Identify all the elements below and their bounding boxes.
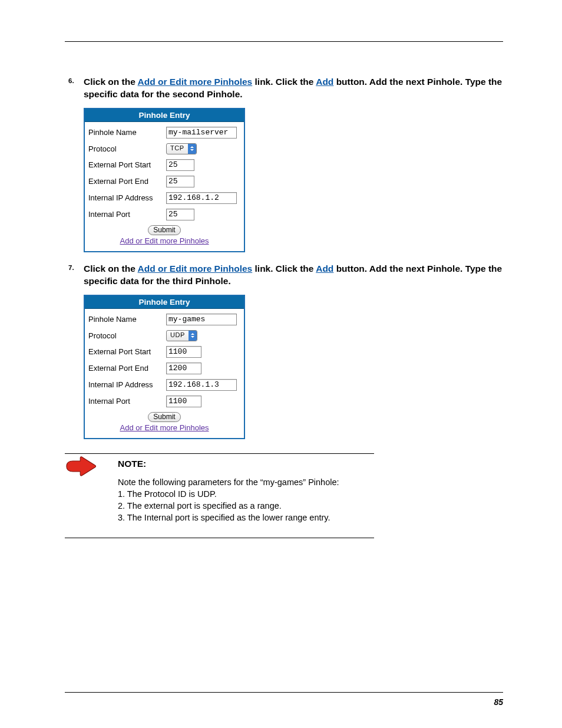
text-input[interactable]: 25 xyxy=(166,209,194,220)
form-row: Internal Port25 xyxy=(88,206,240,223)
form-row: ProtocolUDP xyxy=(88,328,240,344)
text-input[interactable]: 1100 xyxy=(166,346,201,358)
note-item: 1. The Protocol ID is UDP. xyxy=(118,488,448,500)
text-run: Click on the xyxy=(84,263,138,274)
form-row: Internal IP Address192.168.1.3 xyxy=(88,377,240,393)
form-label: External Port Start xyxy=(88,160,166,169)
form-row: External Port End25 xyxy=(88,173,240,190)
select-stepper-icon[interactable] xyxy=(189,331,197,341)
form-label: External Port Start xyxy=(88,347,166,356)
note-rule-top xyxy=(65,453,374,454)
step: 6.Click on the Add or Edit more Pinholes… xyxy=(71,76,503,252)
submit-button[interactable]: Submit xyxy=(148,412,180,422)
note-item: 3. The Internal port is specified as the… xyxy=(118,512,448,523)
text-run: link. Click the xyxy=(252,263,316,274)
bottom-rule xyxy=(65,692,503,693)
note-body: Note the following parameters for the “m… xyxy=(118,476,448,523)
select-value: TCP xyxy=(167,144,188,154)
inline-link[interactable]: Add or Edit more Pinholes xyxy=(138,263,253,274)
form-row: External Port Start1100 xyxy=(88,344,240,360)
pinhole-entry-form: Pinhole EntryPinhole Namemy-mailserverPr… xyxy=(84,108,245,252)
inline-link[interactable]: Add xyxy=(316,263,333,274)
text-input[interactable]: 1200 xyxy=(166,363,201,374)
inline-link[interactable]: Add xyxy=(316,77,333,87)
step-number: 6. xyxy=(68,77,74,84)
submit-button[interactable]: Submit xyxy=(148,225,180,235)
note-item: 2. The external port is specified as a r… xyxy=(118,500,448,512)
step: 7.Click on the Add or Edit more Pinholes… xyxy=(71,263,503,439)
form-row: ProtocolTCP xyxy=(88,141,240,157)
text-run: link. Click the xyxy=(252,77,316,87)
steps-list: 6.Click on the Add or Edit more Pinholes… xyxy=(71,76,503,439)
form-label: Internal Port xyxy=(88,397,166,406)
form-label: Pinhole Name xyxy=(88,315,166,324)
form-row: Pinhole Namemy-games xyxy=(88,311,240,328)
form-header: Pinhole Entry xyxy=(85,296,244,309)
step-text: Click on the Add or Edit more Pinholes l… xyxy=(84,263,503,288)
form-label: Protocol xyxy=(88,331,166,340)
form-label: Internal IP Address xyxy=(88,193,166,202)
top-rule xyxy=(65,41,503,42)
form-row: Internal IP Address192.168.1.2 xyxy=(88,190,240,206)
text-input[interactable]: 25 xyxy=(166,176,194,187)
text-input[interactable]: 25 xyxy=(166,159,194,171)
form-label: Pinhole Name xyxy=(88,128,166,137)
page-number: 85 xyxy=(494,697,503,707)
form-label: External Port End xyxy=(88,364,166,373)
step-text: Click on the Add or Edit more Pinholes l… xyxy=(84,76,503,101)
pointer-hand-icon xyxy=(65,456,98,476)
select-value: UDP xyxy=(167,331,189,341)
form-row: External Port End1200 xyxy=(88,360,240,377)
text-input[interactable]: 192.168.1.3 xyxy=(166,379,237,391)
step-number: 7. xyxy=(68,264,74,271)
text-input[interactable]: my-mailserver xyxy=(166,127,237,139)
pinhole-entry-form: Pinhole EntryPinhole Namemy-gamesProtoco… xyxy=(84,295,245,439)
protocol-select[interactable]: TCP xyxy=(166,143,197,154)
protocol-select[interactable]: UDP xyxy=(166,330,197,341)
form-row: Internal Port1100 xyxy=(88,393,240,410)
form-label: External Port End xyxy=(88,177,166,186)
note-title: NOTE: xyxy=(118,459,448,469)
inline-link[interactable]: Add or Edit more Pinholes xyxy=(138,77,253,87)
text-run: Click on the xyxy=(84,77,138,87)
add-or-edit-more-pinholes-link[interactable]: Add or Edit more Pinholes xyxy=(120,236,209,245)
form-header: Pinhole Entry xyxy=(85,109,244,122)
text-input[interactable]: 192.168.1.2 xyxy=(166,192,237,204)
select-stepper-icon[interactable] xyxy=(188,144,196,154)
note-rule-bottom xyxy=(65,538,374,538)
form-row: External Port Start25 xyxy=(88,157,240,173)
form-label: Internal IP Address xyxy=(88,380,166,389)
text-input[interactable]: my-games xyxy=(166,314,237,325)
text-input[interactable]: 1100 xyxy=(166,396,201,407)
note-intro: Note the following parameters for the “m… xyxy=(118,476,448,488)
form-label: Protocol xyxy=(88,144,166,153)
form-label: Internal Port xyxy=(88,210,166,219)
add-or-edit-more-pinholes-link[interactable]: Add or Edit more Pinholes xyxy=(120,423,209,432)
form-row: Pinhole Namemy-mailserver xyxy=(88,124,240,141)
